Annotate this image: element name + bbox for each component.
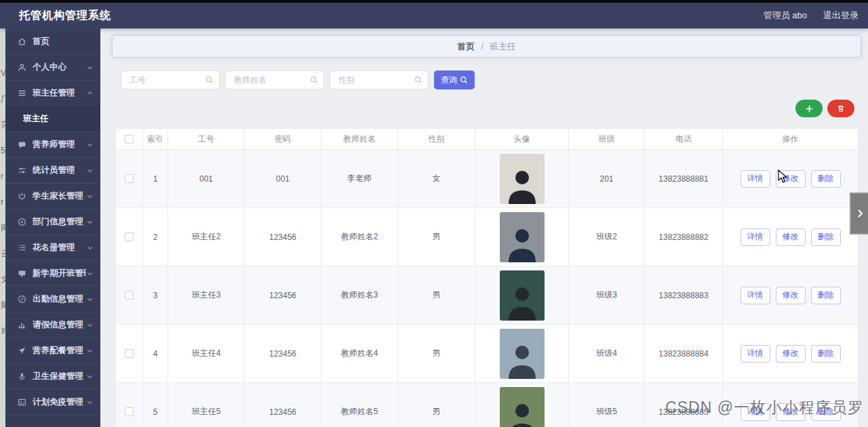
column-header: 操作 [723, 129, 859, 150]
sidebar-item[interactable]: 首页 [5, 28, 100, 54]
row-checkbox[interactable] [125, 232, 134, 241]
cell-gender: 男 [398, 266, 475, 325]
select-all-header-cell [116, 129, 143, 150]
row-checkbox[interactable] [125, 291, 134, 300]
column-header: 索引 [143, 129, 168, 150]
edit-button[interactable]: 修改 [776, 170, 806, 188]
chevron-up-icon [86, 89, 94, 97]
row-checkbox[interactable] [125, 174, 134, 183]
sidebar-item[interactable]: 统计员管理 [5, 157, 100, 183]
logout-link[interactable]: 退出登录 [823, 9, 859, 22]
sidebar-item[interactable]: 营养配餐管理 [5, 338, 100, 363]
table-row: 3 班主任3 123456 教师姓名3 男 [116, 266, 859, 325]
cell-index: 4 [143, 325, 168, 383]
search-input[interactable] [121, 75, 199, 85]
column-header: 工号 [168, 129, 245, 150]
breadcrumb-current: 班主任 [490, 41, 516, 53]
cell-gender: 男 [398, 325, 475, 383]
sidebar-item[interactable]: 学生家长管理 [5, 183, 100, 209]
sidebar-item[interactable]: 班主任管理 [5, 80, 100, 106]
person-silhouette-icon [506, 283, 538, 321]
sidebar-item-label: 出勤信息管理 [33, 293, 86, 305]
sidebar-item[interactable]: 花名册管理 [5, 235, 100, 260]
sidebar-item[interactable]: 计划免疫管理 [5, 389, 100, 415]
cell-password: 123456 [245, 266, 321, 325]
row-checkbox[interactable] [125, 407, 134, 416]
search-input[interactable] [330, 75, 408, 85]
cell-index: 3 [143, 266, 168, 325]
delete-button[interactable]: 删除 [811, 228, 841, 246]
column-header: 密码 [245, 129, 321, 150]
sidebar-item-label: 花名册管理 [33, 242, 86, 253]
batch-delete-button[interactable] [827, 100, 854, 117]
chevron-down-icon [86, 244, 94, 251]
delete-button[interactable]: 删除 [811, 287, 841, 304]
cell-work-id: 班主任2 [168, 208, 245, 266]
sidebar-item[interactable]: 请假信息管理 [5, 312, 100, 338]
sidebar-item[interactable]: 部门信息管理 [5, 209, 100, 235]
edit-button[interactable]: 修改 [776, 228, 806, 246]
breadcrumb-home-link[interactable]: 首页 [457, 41, 475, 53]
detail-button[interactable]: 详情 [741, 170, 770, 188]
compass-icon [17, 218, 26, 227]
cell-gender: 女 [398, 150, 475, 208]
chevron-down-icon [86, 167, 94, 174]
panel-expand-toggle[interactable] [850, 192, 868, 235]
chevron-down-icon [86, 64, 94, 71]
desktop-bleed-glyph: r [1, 172, 5, 180]
row-checkbox[interactable] [125, 349, 134, 358]
avatar [500, 154, 545, 204]
current-user-label: 管理员 abo [764, 9, 807, 22]
plus-icon [805, 104, 814, 113]
sidebar-item[interactable]: 个人中心 [5, 54, 100, 80]
chevron-down-icon [86, 270, 94, 277]
detail-button[interactable]: 详情 [741, 228, 770, 246]
sidebar-item-label: 卫生保健管理 [33, 371, 86, 382]
detail-button[interactable]: 详情 [741, 345, 770, 363]
sidebar-item-label: 统计员管理 [33, 165, 86, 176]
cell-password: 123456 [245, 325, 321, 383]
cell-index: 5 [143, 383, 168, 427]
message-icon [17, 140, 26, 150]
sidebar-item[interactable]: 新学期开班管理 [5, 260, 100, 286]
breadcrumb-separator: / [481, 41, 484, 52]
cell-class: 班级5 [569, 383, 645, 427]
list-icon [17, 243, 26, 253]
cell-index: 1 [143, 150, 168, 208]
detail-button[interactable]: 详情 [741, 287, 770, 304]
cell-teacher-name: 教师姓名4 [321, 325, 398, 383]
sidebar-item[interactable]: 出勤信息管理 [5, 286, 100, 312]
delete-button[interactable]: 删除 [811, 170, 841, 188]
sidebar-item[interactable]: 营养师管理 [5, 131, 100, 157]
sidebar: 首页 个人中心 班主任管理 班主任 营养 [5, 28, 100, 427]
chevron-down-icon [86, 141, 94, 148]
query-button-label: 查询 [441, 75, 457, 86]
sidebar-item-label: 计划免疫管理 [33, 396, 86, 408]
search-icon [460, 76, 468, 84]
sidebar-item-label: 首页 [33, 36, 94, 47]
edit-button[interactable]: 修改 [776, 345, 806, 363]
search-field [225, 70, 324, 89]
sidebar-item-label: 班主任 [23, 113, 94, 125]
window-top-strip [0, 0, 868, 3]
edit-button[interactable]: 修改 [776, 287, 806, 304]
chevron-right-icon [856, 208, 864, 219]
sidebar-item[interactable]: 班主任 [5, 106, 100, 131]
table-row: 4 班主任4 123456 教师姓名4 男 [116, 325, 859, 383]
select-all-checkbox[interactable] [125, 135, 134, 144]
desktop-bleed-glyph: 网 [1, 224, 5, 232]
sidebar-item[interactable]: 卫生保健管理 [5, 363, 100, 389]
chevron-down-icon [86, 373, 94, 380]
query-button[interactable]: 查询 [434, 70, 475, 89]
cell-class: 班级2 [569, 208, 645, 266]
desktop-bleed-glyph: 5 [1, 146, 5, 155]
chevron-down-icon [86, 347, 94, 354]
cell-work-id: 班主任4 [168, 325, 245, 383]
search-input[interactable] [226, 75, 303, 85]
table-row: 2 班主任2 123456 教师姓名2 男 [116, 208, 859, 266]
sidebar-item-label: 部门信息管理 [33, 216, 86, 228]
desktop-bleed-glyph: 云 [1, 249, 5, 258]
add-button[interactable] [795, 100, 823, 117]
delete-button[interactable]: 删除 [811, 345, 841, 363]
edit-icon [17, 295, 26, 304]
